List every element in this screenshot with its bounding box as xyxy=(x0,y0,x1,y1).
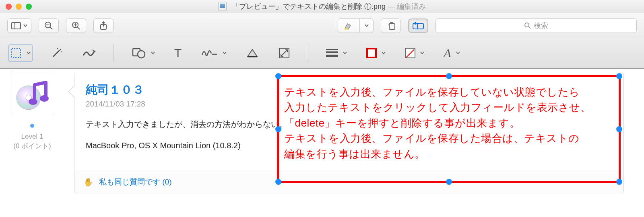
prism-icon xyxy=(246,48,259,58)
window-title-filename: 「プレビュー」でテキストの編集と削除 ①.png xyxy=(232,2,386,10)
adjust-color-tool[interactable] xyxy=(244,44,260,62)
svg-point-22 xyxy=(61,51,62,52)
post-bubble: 純司１０３ 2014/11/03 17:28 テキスト入力できましたが、消去の方… xyxy=(74,73,624,193)
wand-icon xyxy=(51,47,63,59)
post-timestamp: 2014/11/03 17:28 xyxy=(86,100,612,108)
window-title-status: — 編集済み xyxy=(388,2,426,10)
svg-rect-11 xyxy=(345,29,348,30)
search-placeholder: 検索 xyxy=(534,21,548,31)
svg-rect-12 xyxy=(389,24,395,29)
level-indicator-icon xyxy=(30,124,34,128)
svg-line-19 xyxy=(53,50,60,57)
svg-rect-0 xyxy=(12,23,21,29)
svg-point-24 xyxy=(138,51,145,58)
traffic-lights xyxy=(6,4,32,10)
zoom-in-button[interactable] xyxy=(66,18,86,33)
chevron-down-icon xyxy=(382,51,386,55)
minimize-window-button[interactable] xyxy=(16,4,22,10)
svg-point-30 xyxy=(29,98,37,105)
share-button[interactable] xyxy=(93,18,114,33)
chevron-down-icon xyxy=(27,51,31,55)
same-question-link[interactable]: 私も同じ質問です (0) xyxy=(99,177,172,187)
highlighter-button[interactable] xyxy=(338,18,360,33)
markup-toolbar: T A xyxy=(0,38,644,69)
svg-point-20 xyxy=(60,49,61,50)
chevron-down-icon xyxy=(151,51,155,55)
fill-color-picker[interactable] xyxy=(403,44,426,62)
shapes-icon xyxy=(132,47,146,59)
divider xyxy=(114,44,114,62)
text-tool[interactable]: T xyxy=(173,44,183,62)
window-title: 「プレビュー」でテキストの編集と削除 ①.png — 編集済み xyxy=(0,2,644,11)
file-icon xyxy=(218,2,227,10)
line-thickness-icon xyxy=(326,49,338,57)
chevron-down-icon xyxy=(223,51,227,55)
svg-rect-14 xyxy=(415,22,416,25)
divider xyxy=(308,44,308,62)
post-system-info: MacBook Pro, OS X Mountain Lion (10.8.2) xyxy=(86,141,612,150)
post-body: テキスト入力できましたが、消去の方法がわからない。 xyxy=(86,119,612,130)
close-window-button[interactable] xyxy=(6,4,12,10)
fill-color-swatch xyxy=(405,48,415,58)
post-area: 純司１０３ 2014/11/03 17:28 テキスト入力できましたが、消去の方… xyxy=(64,69,644,217)
highlighter-button-group xyxy=(338,18,374,33)
main-toolbar: 検索 xyxy=(0,13,644,38)
svg-rect-18 xyxy=(12,49,21,57)
sign-tool[interactable] xyxy=(199,44,228,62)
instant-alpha-tool[interactable] xyxy=(49,44,64,62)
window-titlebar: 「プレビュー」でテキストの編集と削除 ①.png — 編集済み xyxy=(0,0,644,13)
border-color-swatch xyxy=(366,48,377,58)
adjust-size-tool[interactable] xyxy=(277,44,292,62)
svg-point-16 xyxy=(525,23,529,27)
chevron-down-icon xyxy=(456,51,460,55)
highlighter-menu-button[interactable] xyxy=(360,18,374,33)
itunes-icon xyxy=(15,77,49,111)
font-icon: A xyxy=(444,46,451,60)
markup-toolbox-button[interactable] xyxy=(408,18,428,33)
avatar xyxy=(12,73,53,114)
selection-icon xyxy=(10,47,22,59)
document-canvas[interactable]: Level 1 (0 ポイント) 純司１０３ 2014/11/03 17:28 … xyxy=(0,69,644,217)
text-icon: T xyxy=(174,46,182,60)
border-color-picker[interactable] xyxy=(365,44,387,62)
post-footer: ✋ 私も同じ質問です (0) xyxy=(74,171,623,193)
post-author[interactable]: 純司１０３ xyxy=(86,82,612,98)
sketch-icon xyxy=(82,48,96,58)
svg-line-6 xyxy=(77,27,80,29)
chevron-down-icon xyxy=(420,51,424,55)
signature-icon xyxy=(201,48,218,58)
level-text: Level 1 (0 ポイント) xyxy=(13,132,51,151)
hand-icon: ✋ xyxy=(83,177,93,187)
svg-rect-13 xyxy=(413,23,423,29)
search-field[interactable]: 検索 xyxy=(436,18,637,33)
zoom-window-button[interactable] xyxy=(26,4,32,10)
rotate-button[interactable] xyxy=(381,18,401,33)
rectangular-selection-tool[interactable] xyxy=(8,44,33,62)
resize-icon xyxy=(278,47,290,59)
sidebar-view-button[interactable] xyxy=(7,18,31,33)
zoom-group xyxy=(39,18,86,33)
font-style-picker[interactable]: A xyxy=(442,44,461,62)
svg-point-21 xyxy=(57,48,58,49)
search-icon xyxy=(524,22,531,29)
svg-line-3 xyxy=(50,27,52,29)
svg-point-31 xyxy=(40,95,49,102)
chevron-down-icon xyxy=(23,24,27,27)
points-label: (0 ポイント) xyxy=(13,141,51,151)
author-column: Level 1 (0 ポイント) xyxy=(0,69,64,217)
line-style-picker[interactable] xyxy=(324,44,349,62)
chevron-down-icon xyxy=(343,51,347,55)
svg-line-17 xyxy=(528,27,530,29)
sketch-tool[interactable] xyxy=(80,44,97,62)
zoom-out-button[interactable] xyxy=(39,18,59,33)
level-label: Level 1 xyxy=(13,132,51,141)
shapes-tool[interactable] xyxy=(130,44,157,62)
